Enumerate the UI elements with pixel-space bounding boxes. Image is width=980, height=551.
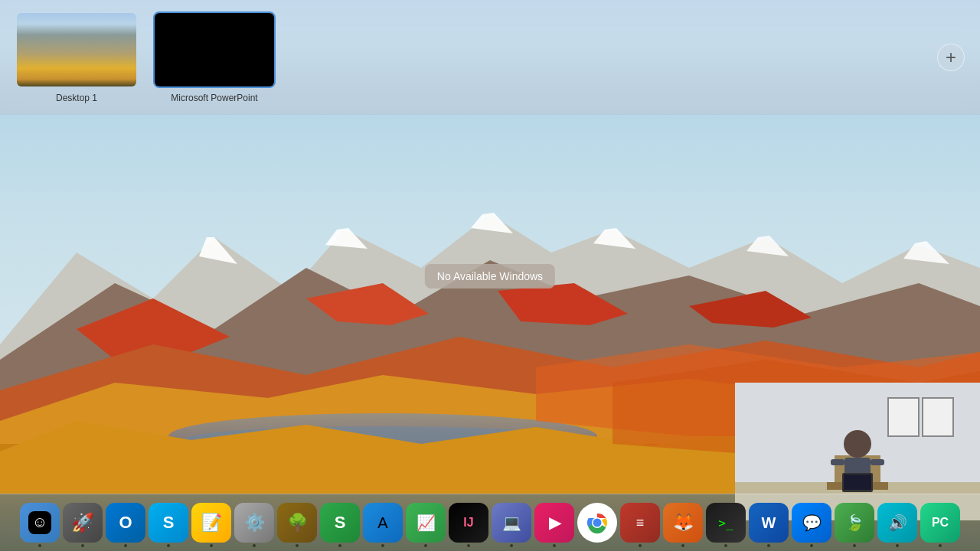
dock-icon-intellij[interactable]: IJ [449,503,488,543]
dock-icon-finder[interactable]: ☺ [20,503,60,543]
desktop1-preview [17,13,136,86]
dock-icon-sysprefs[interactable]: ⚙️ [234,503,274,543]
svg-marker-5 [593,228,635,249]
desktop1-thumbnail[interactable] [15,11,138,88]
svg-rect-31 [871,459,884,465]
dock-icon-spreadsheet[interactable]: ≡ [620,503,660,543]
svg-point-28 [844,430,871,458]
desktop1-label: Desktop 1 [56,93,97,103]
svg-marker-6 [746,236,789,256]
powerpoint-container[interactable]: Microsoft PowerPoint [153,11,276,103]
dock-icon-sketchbook[interactable]: S [320,503,360,543]
svg-rect-25 [923,398,953,436]
svg-marker-2 [199,237,237,264]
powerpoint-thumbnail[interactable] [153,11,276,88]
dock: ☺ 🚀 O S 📝 ⚙️ 🌳 S [0,494,980,551]
powerpoint-label: Microsoft PowerPoint [171,93,257,103]
svg-rect-33 [844,474,871,490]
dock-icon-caprine[interactable]: 💬 [792,503,831,543]
svg-marker-9 [77,298,230,360]
dock-icon-skype[interactable]: S [149,503,188,543]
dock-icon-virtualbox[interactable]: 💻 [492,503,531,543]
no-windows-text: No Available Windows [437,270,543,282]
dock-icon-forest[interactable]: 🌳 [277,503,317,543]
desktop: Desktop 1 Microsoft PowerPoint + No Avai… [0,0,980,551]
mission-control-bar: Desktop 1 Microsoft PowerPoint + [0,0,980,115]
no-available-windows-tooltip: No Available Windows [425,264,555,289]
svg-marker-12 [689,291,812,328]
dock-icon-activity-monitor[interactable]: 📈 [406,503,446,543]
dock-icon-appstore[interactable]: A [363,503,403,543]
dock-icon-outlook[interactable]: O [106,503,145,543]
svg-marker-4 [471,213,513,233]
svg-point-16 [184,426,582,454]
svg-marker-10 [306,283,429,325]
svg-marker-11 [498,283,628,325]
add-desktop-button[interactable]: + [937,44,965,71]
dock-icon-word[interactable]: W [749,503,789,543]
svg-marker-3 [325,228,368,249]
svg-text:☺: ☺ [32,514,47,530]
svg-rect-30 [831,459,844,465]
powerpoint-preview [155,13,274,86]
dock-icon-lotus[interactable]: 🍃 [835,503,874,543]
svg-marker-1 [0,214,980,383]
desktop1-container[interactable]: Desktop 1 [15,11,138,103]
svg-rect-24 [888,398,919,436]
dock-icon-pycharm[interactable]: PC [920,503,960,543]
dock-icon-soundsource[interactable]: 🔊 [877,503,917,543]
dock-icon-launchpad[interactable]: 🚀 [63,503,103,543]
svg-marker-7 [903,241,949,264]
svg-point-15 [168,413,597,459]
svg-point-39 [593,519,602,527]
dock-icon-chrome[interactable] [577,503,617,543]
dock-icon-firefox[interactable]: 🦊 [663,503,703,543]
dock-icon-terminal[interactable]: >_ [706,503,746,543]
dock-icon-notes[interactable]: 📝 [191,503,231,543]
add-desktop-icon: + [946,47,956,68]
dock-icon-paste[interactable]: ▶ [534,503,574,543]
